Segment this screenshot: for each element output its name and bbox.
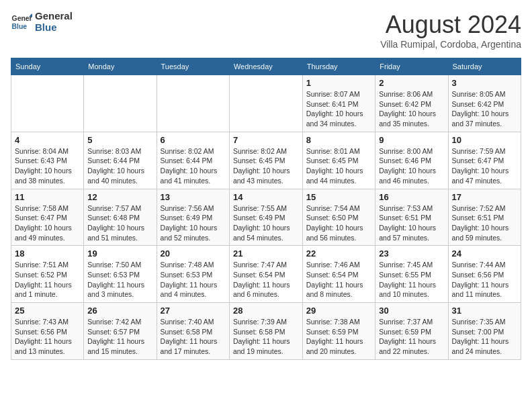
day-info: Sunrise: 8:05 AM Sunset: 6:42 PM Dayligh… (452, 89, 517, 129)
calendar-header-row: SundayMondayTuesdayWednesdayThursdayFrid… (11, 58, 521, 75)
day-info: Sunrise: 8:07 AM Sunset: 6:41 PM Dayligh… (306, 89, 371, 129)
day-number: 16 (379, 192, 444, 202)
day-info: Sunrise: 7:43 AM Sunset: 6:56 PM Dayligh… (15, 317, 80, 357)
day-info: Sunrise: 7:40 AM Sunset: 6:58 PM Dayligh… (161, 317, 226, 357)
day-info: Sunrise: 8:06 AM Sunset: 6:42 PM Dayligh… (379, 89, 444, 129)
day-info: Sunrise: 7:50 AM Sunset: 6:53 PM Dayligh… (87, 260, 152, 300)
day-info: Sunrise: 8:01 AM Sunset: 6:45 PM Dayligh… (306, 146, 371, 186)
day-number: 27 (161, 306, 226, 316)
calendar-cell: 31Sunrise: 7:35 AM Sunset: 7:00 PM Dayli… (448, 303, 521, 360)
logo-icon: General Blue (11, 11, 32, 33)
calendar-cell: 11Sunrise: 7:58 AM Sunset: 6:47 PM Dayli… (11, 189, 84, 246)
day-number: 5 (87, 135, 152, 145)
day-info: Sunrise: 8:00 AM Sunset: 6:46 PM Dayligh… (379, 146, 444, 186)
calendar-cell: 29Sunrise: 7:38 AM Sunset: 6:59 PM Dayli… (302, 303, 375, 360)
day-info: Sunrise: 8:02 AM Sunset: 6:44 PM Dayligh… (161, 146, 226, 186)
page-subtitle: Villa Rumipal, Cordoba, Argentina (380, 39, 521, 50)
day-info: Sunrise: 7:52 AM Sunset: 6:51 PM Dayligh… (452, 203, 517, 243)
day-info: Sunrise: 7:48 AM Sunset: 6:53 PM Dayligh… (161, 260, 226, 300)
day-number: 21 (233, 248, 299, 259)
svg-text:Blue: Blue (12, 22, 28, 30)
day-info: Sunrise: 7:46 AM Sunset: 6:54 PM Dayligh… (306, 260, 371, 300)
logo-line1: General (35, 11, 73, 22)
day-number: 2 (379, 78, 444, 88)
header-thursday: Thursday (302, 58, 375, 75)
calendar-cell: 14Sunrise: 7:55 AM Sunset: 6:49 PM Dayli… (229, 189, 302, 246)
calendar-cell: 13Sunrise: 7:56 AM Sunset: 6:49 PM Dayli… (157, 189, 229, 246)
calendar-table: SundayMondayTuesdayWednesdayThursdayFrid… (11, 58, 521, 360)
calendar-cell: 19Sunrise: 7:50 AM Sunset: 6:53 PM Dayli… (84, 246, 157, 303)
logo: General Blue General Blue (11, 11, 73, 33)
day-number: 20 (161, 248, 226, 259)
calendar-cell: 26Sunrise: 7:42 AM Sunset: 6:57 PM Dayli… (84, 303, 157, 360)
header-saturday: Saturday (448, 58, 521, 75)
calendar-week-3: 18Sunrise: 7:51 AM Sunset: 6:52 PM Dayli… (11, 246, 521, 303)
day-number: 8 (306, 135, 371, 145)
calendar-week-2: 11Sunrise: 7:58 AM Sunset: 6:47 PM Dayli… (11, 189, 521, 246)
day-info: Sunrise: 7:47 AM Sunset: 6:54 PM Dayligh… (233, 260, 299, 300)
day-number: 18 (15, 248, 80, 259)
day-number: 14 (233, 192, 299, 202)
calendar-cell: 6Sunrise: 8:02 AM Sunset: 6:44 PM Daylig… (157, 132, 229, 189)
day-number: 7 (233, 135, 299, 145)
calendar-cell (229, 75, 302, 132)
calendar-cell: 24Sunrise: 7:44 AM Sunset: 6:56 PM Dayli… (448, 246, 521, 303)
day-number: 6 (161, 135, 226, 145)
day-info: Sunrise: 7:59 AM Sunset: 6:47 PM Dayligh… (452, 146, 517, 186)
day-number: 1 (306, 78, 371, 88)
calendar-cell: 3Sunrise: 8:05 AM Sunset: 6:42 PM Daylig… (448, 75, 521, 132)
day-info: Sunrise: 8:04 AM Sunset: 6:43 PM Dayligh… (15, 146, 80, 186)
calendar-cell (84, 75, 157, 132)
svg-text:General: General (12, 15, 32, 22)
calendar-cell: 25Sunrise: 7:43 AM Sunset: 6:56 PM Dayli… (11, 303, 84, 360)
day-info: Sunrise: 7:44 AM Sunset: 6:56 PM Dayligh… (452, 260, 517, 300)
calendar-cell: 17Sunrise: 7:52 AM Sunset: 6:51 PM Dayli… (448, 189, 521, 246)
title-block: August 2024 Villa Rumipal, Cordoba, Arge… (380, 11, 521, 50)
day-info: Sunrise: 7:45 AM Sunset: 6:55 PM Dayligh… (379, 260, 444, 300)
day-info: Sunrise: 7:38 AM Sunset: 6:59 PM Dayligh… (306, 317, 371, 357)
day-number: 29 (306, 306, 371, 316)
header-sunday: Sunday (11, 58, 84, 75)
day-info: Sunrise: 7:54 AM Sunset: 6:50 PM Dayligh… (306, 203, 371, 243)
day-number: 26 (87, 306, 152, 316)
calendar-cell: 21Sunrise: 7:47 AM Sunset: 6:54 PM Dayli… (229, 246, 302, 303)
day-number: 10 (452, 135, 517, 145)
day-info: Sunrise: 7:51 AM Sunset: 6:52 PM Dayligh… (15, 260, 80, 300)
calendar-cell: 8Sunrise: 8:01 AM Sunset: 6:45 PM Daylig… (302, 132, 375, 189)
calendar-cell: 18Sunrise: 7:51 AM Sunset: 6:52 PM Dayli… (11, 246, 84, 303)
day-number: 30 (379, 306, 444, 316)
day-number: 31 (452, 306, 517, 316)
day-number: 13 (161, 192, 226, 202)
day-info: Sunrise: 8:03 AM Sunset: 6:44 PM Dayligh… (87, 146, 152, 186)
day-number: 28 (233, 306, 299, 316)
day-info: Sunrise: 7:35 AM Sunset: 7:00 PM Dayligh… (452, 317, 517, 357)
day-info: Sunrise: 7:53 AM Sunset: 6:51 PM Dayligh… (379, 203, 444, 243)
header-friday: Friday (375, 58, 448, 75)
calendar-cell: 12Sunrise: 7:57 AM Sunset: 6:48 PM Dayli… (84, 189, 157, 246)
calendar-cell: 27Sunrise: 7:40 AM Sunset: 6:58 PM Dayli… (157, 303, 229, 360)
calendar-cell: 30Sunrise: 7:37 AM Sunset: 6:59 PM Dayli… (375, 303, 448, 360)
header-monday: Monday (84, 58, 157, 75)
day-number: 23 (379, 248, 444, 259)
calendar-cell: 10Sunrise: 7:59 AM Sunset: 6:47 PM Dayli… (448, 132, 521, 189)
page-header: General Blue General Blue August 2024 Vi… (11, 11, 521, 50)
calendar-cell: 1Sunrise: 8:07 AM Sunset: 6:41 PM Daylig… (302, 75, 375, 132)
logo-line2: Blue (35, 22, 73, 34)
calendar-cell: 2Sunrise: 8:06 AM Sunset: 6:42 PM Daylig… (375, 75, 448, 132)
calendar-cell (11, 75, 84, 132)
calendar-cell: 9Sunrise: 8:00 AM Sunset: 6:46 PM Daylig… (375, 132, 448, 189)
calendar-cell: 20Sunrise: 7:48 AM Sunset: 6:53 PM Dayli… (157, 246, 229, 303)
calendar-cell (157, 75, 229, 132)
calendar-week-0: 1Sunrise: 8:07 AM Sunset: 6:41 PM Daylig… (11, 75, 521, 132)
day-number: 9 (379, 135, 444, 145)
day-info: Sunrise: 7:58 AM Sunset: 6:47 PM Dayligh… (15, 203, 80, 243)
calendar-cell: 28Sunrise: 7:39 AM Sunset: 6:58 PM Dayli… (229, 303, 302, 360)
day-info: Sunrise: 7:57 AM Sunset: 6:48 PM Dayligh… (87, 203, 152, 243)
day-number: 15 (306, 192, 371, 202)
day-number: 11 (15, 192, 80, 202)
calendar-week-1: 4Sunrise: 8:04 AM Sunset: 6:43 PM Daylig… (11, 132, 521, 189)
day-info: Sunrise: 7:39 AM Sunset: 6:58 PM Dayligh… (233, 317, 299, 357)
day-number: 3 (452, 78, 517, 88)
day-number: 17 (452, 192, 517, 202)
day-info: Sunrise: 7:56 AM Sunset: 6:49 PM Dayligh… (161, 203, 226, 243)
